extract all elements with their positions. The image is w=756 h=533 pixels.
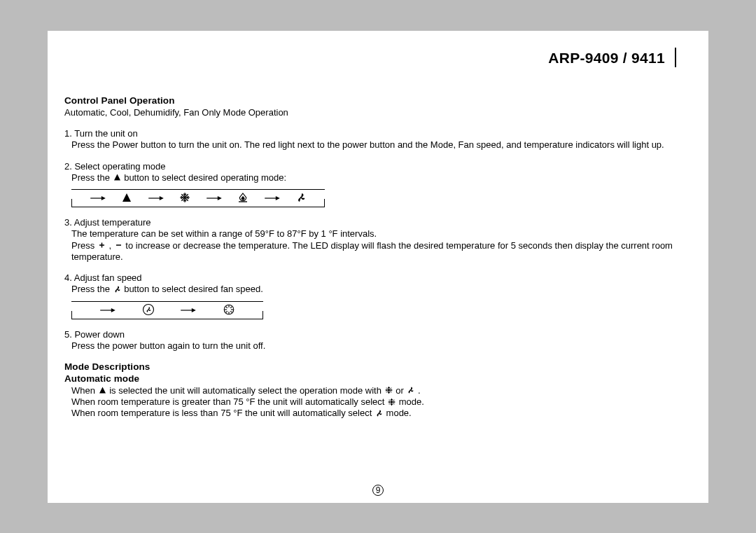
md-l3-b: mode.	[386, 408, 412, 418]
fan-cycle-diagram	[71, 301, 263, 319]
step-5: 5. Power down Press the power button aga…	[64, 329, 692, 352]
snowflake-icon	[387, 398, 396, 406]
auto-icon	[121, 192, 132, 203]
step-3: 3. Adjust temperature The temperature ca…	[64, 217, 692, 263]
section-subtitle: Automatic, Cool, Dehumidify, Fan Only Mo…	[64, 107, 692, 118]
step-2-label: 2. Select operating mode	[64, 161, 692, 172]
step-3-body2-a: Press	[71, 240, 97, 251]
step-3-body1: The temperature can be set within a rang…	[64, 228, 692, 240]
fan-icon	[406, 386, 415, 394]
md-l2-b: mode.	[399, 396, 424, 407]
step-2-body-b: button to select desired operating mode:	[124, 172, 286, 183]
snowflake-icon	[179, 192, 190, 203]
mode-desc-line-1: When is selected the unit will automatic…	[64, 385, 692, 396]
step-4-label: 4. Adjust fan speed	[64, 272, 692, 284]
mode-desc-line-3: When room temperature is less than 75 °F…	[64, 408, 692, 419]
arrow-icon	[206, 195, 223, 201]
arrow-icon	[264, 195, 281, 201]
step-1-body: Press the Power button to turn the unit …	[64, 139, 692, 151]
step-3-body2-b: ,	[108, 240, 113, 251]
header-divider	[675, 48, 676, 67]
dehumidify-icon	[237, 192, 248, 203]
step-1: 1. Turn the unit on Press the Power butt…	[64, 128, 692, 151]
auto-icon	[113, 173, 122, 181]
step-4: 4. Adjust fan speed Press the button to …	[64, 272, 692, 319]
step-2-body-a: Press the	[71, 172, 113, 183]
step-4-body-b: button to select desired fan speed.	[124, 284, 263, 294]
arrow-icon	[148, 195, 164, 201]
md-l1-d: .	[418, 385, 421, 396]
mode-cycle-diagram	[71, 189, 325, 207]
auto-icon	[98, 386, 107, 394]
step-3-label: 3. Adjust temperature	[64, 217, 692, 228]
snowflake-icon	[384, 386, 393, 394]
section-subheading-2: Automatic mode	[64, 373, 692, 385]
step-5-body: Press the power button again to turn the…	[64, 340, 692, 352]
arrow-icon	[99, 307, 116, 313]
fan-circle-icon	[142, 303, 155, 316]
md-l1-b: is selected the unit will automatically …	[109, 385, 384, 396]
step-4-body-a: Press the	[71, 284, 113, 294]
fan-icon	[295, 192, 307, 203]
section-heading-2: Mode Descriptions	[64, 361, 692, 373]
sun-icon	[223, 303, 235, 316]
mode-desc-line-2: When room temperature is greater than 75…	[64, 396, 692, 408]
page-number-value: 9	[376, 485, 381, 495]
minus-icon	[114, 241, 123, 249]
md-l1-c: or	[396, 385, 406, 396]
step-5-label: 5. Power down	[64, 329, 692, 340]
md-l3-a: When room temperature is less than 75 °F…	[71, 408, 374, 418]
model-number: ARP-9409 / 9411	[548, 50, 665, 67]
plus-icon	[97, 241, 106, 249]
step-1-label: 1. Turn the unit on	[64, 128, 692, 139]
page-header: ARP-9409 / 9411	[548, 43, 676, 67]
step-3-body2: Press , to increase or decrease the temp…	[64, 240, 692, 263]
fan-icon	[113, 285, 122, 293]
step-2-body: Press the button to select desired opera…	[64, 172, 692, 184]
arrow-icon	[180, 307, 197, 313]
section-heading: Control Panel Operation	[64, 95, 692, 107]
step-4-body: Press the button to select desired fan s…	[64, 284, 692, 295]
md-l1-a: When	[71, 385, 98, 396]
manual-page: ARP-9409 / 9411 Control Panel Operation …	[48, 31, 708, 503]
md-l2-a: When room temperature is greater than 75…	[71, 396, 387, 407]
arrow-icon	[90, 195, 106, 201]
step-3-body2-c: to increase or decrease the temperature.…	[71, 240, 673, 262]
page-content: Control Panel Operation Automatic, Cool,…	[64, 95, 692, 420]
fan-icon	[374, 409, 384, 417]
page-number: 9	[372, 485, 384, 496]
step-2: 2. Select operating mode Press the butto…	[64, 161, 692, 208]
